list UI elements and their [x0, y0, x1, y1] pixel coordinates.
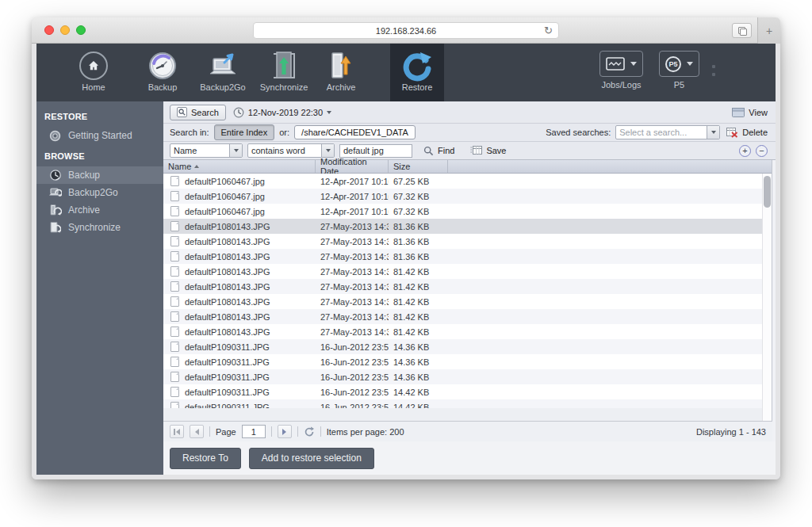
vertical-scrollbar[interactable]	[762, 174, 772, 421]
first-page-button[interactable]	[170, 425, 184, 438]
home-icon	[79, 49, 108, 82]
view-panel-icon	[732, 108, 745, 117]
file-icon	[170, 191, 179, 201]
table-row[interactable]: defaultP1080143.JPG 27-May-2013 14:34 81…	[163, 279, 772, 294]
search-icon	[177, 107, 187, 117]
p5-label: P5	[674, 80, 684, 90]
browser-titlebar: 192.168.234.66 ↻ +	[32, 17, 780, 44]
sidebar-item-label: Backup2Go	[68, 187, 118, 198]
sidebar-item-backup2go[interactable]: Backup2Go	[36, 184, 163, 201]
search-date-dropdown[interactable]: 12-Nov-2019 22:30	[233, 107, 331, 118]
table-row[interactable]: defaultP1080143.JPG 27-May-2013 14:34 81…	[163, 309, 772, 324]
search-button[interactable]: Search	[170, 105, 226, 120]
p5-menu-button[interactable]: P5 P5	[659, 51, 699, 90]
browser-viewport: Home Ba	[32, 44, 780, 479]
operator-select[interactable]: contains word	[247, 143, 335, 158]
jobs-graph-icon	[606, 57, 625, 71]
page-input[interactable]	[242, 425, 266, 438]
path-button[interactable]: /share/CACHEDEV1_DATA	[294, 125, 416, 139]
toolbar-item-label: Backup	[148, 82, 178, 92]
url-bar[interactable]: 192.168.234.66 ↻	[253, 22, 559, 39]
new-tab-button[interactable]: +	[757, 17, 780, 44]
sync-doc-icon	[48, 221, 62, 235]
main-area: RESTORE Getting Started BROWSE	[36, 101, 776, 475]
table-row[interactable]: defaultP1090311.JPG 16-Jun-2012 23:59 14…	[163, 354, 772, 369]
table-row[interactable]: defaultP1090311.JPG 16-Jun-2012 23:59 14…	[163, 399, 772, 408]
table-row[interactable]: defaultP1080143.JPG 27-May-2013 14:34 81…	[163, 264, 772, 279]
entire-index-button[interactable]: Entire Index	[214, 124, 275, 140]
toolbar-item-label: Restore	[402, 82, 433, 92]
select-trigger[interactable]	[321, 144, 334, 157]
displaying-count: Displaying 1 - 143	[696, 427, 766, 437]
toolbar-item-backup2go[interactable]: Backup2Go	[192, 44, 254, 101]
pagination-bar: Page Item	[163, 421, 772, 441]
table-row[interactable]: defaultP1080143.JPG 27-May-2013 14:34 81…	[163, 249, 772, 264]
backup-gauge-icon	[147, 49, 178, 82]
table-row[interactable]: defaultP1080143.JPG 27-May-2013 14:34 81…	[163, 324, 772, 339]
toolbar-item-label: Synchronize	[260, 82, 308, 92]
action-bar: Restore To Add to restore selection	[163, 441, 776, 475]
sidebar-item-label: Getting Started	[68, 130, 132, 141]
search-toolbar-row2: Search in: Entire Index or: /share/CACHE…	[163, 124, 776, 142]
select-trigger[interactable]	[229, 144, 242, 157]
tabs-overview-button[interactable]	[732, 23, 752, 38]
saved-searches-select[interactable]: Select a search...	[615, 125, 720, 139]
sidebar-item-synchronize[interactable]: Synchronize	[36, 219, 163, 236]
table-row[interactable]: defaultP1060467.jpg 12-Apr-2017 10:16 67…	[163, 174, 772, 189]
scrollbar-thumb[interactable]	[764, 176, 771, 208]
minimize-button[interactable]	[60, 25, 70, 35]
app-toolbar: Home Ba	[36, 44, 776, 101]
sidebar-item-backup[interactable]: Backup	[36, 166, 163, 184]
save-search-button[interactable]: Save	[469, 143, 508, 158]
select-trigger[interactable]	[707, 126, 719, 139]
zoom-button[interactable]	[76, 25, 86, 35]
toolbar-item-restore[interactable]: Restore	[390, 44, 444, 101]
sidebar-item-archive[interactable]: Archive	[36, 201, 163, 219]
toolbar-item-archive[interactable]: Archive	[316, 44, 366, 101]
jobs-logs-button[interactable]: Jobs/Logs	[599, 51, 643, 90]
table-row[interactable]: defaultP1090311.JPG 16-Jun-2012 23:59 14…	[163, 339, 772, 354]
toolbar-item-home[interactable]: Home	[68, 44, 119, 101]
file-icon	[170, 342, 179, 352]
toolbar-item-backup[interactable]: Backup	[138, 44, 187, 101]
refresh-button[interactable]	[304, 426, 315, 437]
file-icon	[170, 402, 179, 408]
add-to-restore-selection-button[interactable]: Add to restore selection	[249, 448, 374, 469]
file-icon	[170, 251, 179, 262]
table-header: Name Modification Date Size	[163, 160, 772, 174]
restore-to-button[interactable]: Restore To	[170, 448, 241, 469]
toolbar-item-synchronize[interactable]: Synchronize	[254, 44, 314, 101]
column-header-name[interactable]: Name	[163, 160, 316, 173]
table-body: defaultP1060467.jpg 12-Apr-2017 10:16 67…	[163, 174, 772, 421]
field-select[interactable]: Name	[170, 143, 243, 158]
chevron-down-icon	[687, 62, 693, 66]
page-label: Page	[216, 427, 236, 437]
close-button[interactable]	[44, 25, 54, 35]
next-page-button[interactable]	[278, 425, 292, 438]
prev-page-button[interactable]	[190, 425, 204, 438]
toolbar-resize-handle[interactable]	[712, 65, 715, 76]
reload-icon[interactable]: ↻	[544, 25, 553, 36]
sidebar-item-getting-started[interactable]: Getting Started	[36, 127, 163, 144]
table-row[interactable]: defaultP1090311.JPG 16-Jun-2012 23:59 14…	[163, 369, 772, 384]
or-label: or:	[279, 128, 289, 137]
table-row[interactable]: defaultP1060467.jpg 12-Apr-2017 10:16 67…	[163, 204, 772, 219]
screen: 192.168.234.66 ↻ + Home	[0, 0, 812, 527]
url-text: 192.168.234.66	[376, 26, 436, 36]
table-row[interactable]: defaultP1080143.JPG 27-May-2013 14:34 81…	[163, 234, 772, 249]
table-row[interactable]: defaultP1080143.JPG 27-May-2013 14:34 81…	[163, 294, 772, 309]
remove-condition-button[interactable]: −	[756, 145, 768, 157]
items-per-page-label: Items per page: 200	[327, 427, 404, 437]
add-condition-button[interactable]: +	[739, 145, 751, 157]
column-header-date[interactable]: Modification Date	[316, 160, 389, 173]
column-header-size[interactable]: Size	[389, 160, 448, 173]
query-input[interactable]	[339, 144, 412, 158]
table-row[interactable]: defaultP1080143.JPG 27-May-2013 14:34 81…	[163, 219, 772, 234]
table-row[interactable]: defaultP1060467.jpg 12-Apr-2017 10:16 67…	[163, 189, 772, 204]
view-button[interactable]: View	[730, 105, 769, 120]
table-row[interactable]: defaultP1090311.JPG 16-Jun-2012 23:59 14…	[163, 384, 772, 399]
delete-search-button[interactable]: Delete	[725, 124, 769, 140]
find-button[interactable]: Find	[422, 143, 456, 158]
search-criteria-row: Name contains word	[163, 142, 776, 160]
window-controls	[44, 25, 86, 35]
